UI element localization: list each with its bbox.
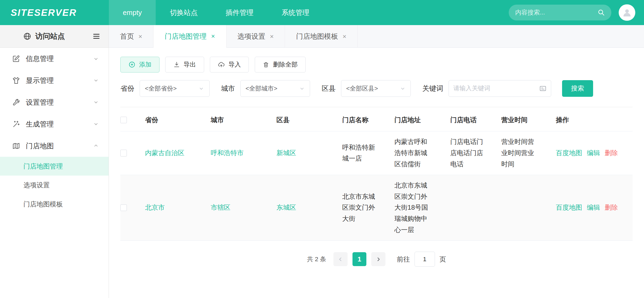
content-search bbox=[509, 5, 611, 20]
tab-store-map-template[interactable]: 门店地图模板 × bbox=[285, 25, 358, 48]
edit-link[interactable]: 编辑 bbox=[587, 204, 600, 211]
cloud-upload-icon bbox=[218, 61, 225, 68]
chevron-down-icon bbox=[93, 77, 99, 83]
operations-cell: 百度地图 编辑 删除 bbox=[556, 131, 633, 175]
tab-label: 选项设置 bbox=[237, 32, 265, 41]
avatar[interactable] bbox=[619, 4, 635, 21]
table-header-row: 省份 城市 区县 门店名称 门店地址 门店电话 营业时间 操作 bbox=[120, 109, 633, 131]
sidebar-subitem-store-map-template[interactable]: 门店地图模板 bbox=[0, 195, 109, 213]
tab-label: 门店地图管理 bbox=[165, 32, 207, 41]
store-name-cell: 呼和浩特新城一店 bbox=[342, 131, 394, 175]
collapse-menu-icon[interactable] bbox=[92, 32, 100, 40]
store-phone-cell: 门店电话门店电话门店电话 bbox=[450, 131, 501, 175]
current-page-button[interactable]: 1 bbox=[352, 252, 366, 266]
row-checkbox[interactable] bbox=[120, 150, 127, 156]
close-icon[interactable]: × bbox=[139, 33, 142, 40]
visit-site-link[interactable]: 访问站点 bbox=[35, 31, 65, 41]
sidebar-item-label: 门店地图 bbox=[26, 141, 54, 151]
import-button-label: 导入 bbox=[229, 60, 241, 69]
sidebar-item-label: 设置管理 bbox=[26, 98, 54, 107]
tab-label: 首页 bbox=[120, 32, 134, 41]
map-icon bbox=[12, 142, 20, 150]
sidebar-subitem-option-settings[interactable]: 选项设置 bbox=[0, 176, 109, 194]
close-icon[interactable]: × bbox=[270, 33, 274, 40]
sidebar-subitem-label: 门店地图管理 bbox=[23, 162, 63, 171]
business-hours-cell: 营业时间营业时间营业时间 bbox=[501, 131, 556, 175]
delete-link[interactable]: 删除 bbox=[605, 204, 618, 211]
row-checkbox[interactable] bbox=[120, 204, 127, 211]
export-button[interactable]: 导出 bbox=[165, 57, 204, 72]
chevron-down-icon bbox=[400, 86, 406, 91]
app-logo: SITESERVER bbox=[0, 7, 109, 18]
district-label: 区县 bbox=[322, 84, 336, 93]
chevron-down-icon bbox=[93, 121, 99, 127]
goto-page-input[interactable] bbox=[415, 252, 435, 266]
city-link[interactable]: 呼和浩特市 bbox=[211, 149, 244, 156]
province-link[interactable]: 内蒙古自治区 bbox=[145, 149, 185, 156]
sidebar-subitem-label: 门店地图模板 bbox=[23, 200, 63, 209]
sidebar-header: 访问站点 bbox=[0, 25, 109, 48]
id-card-icon bbox=[539, 85, 547, 92]
topnav-item-switch-site[interactable]: 切换站点 bbox=[156, 0, 211, 25]
prev-page-button[interactable] bbox=[333, 252, 347, 266]
tab-home[interactable]: 首页 × bbox=[109, 25, 154, 48]
goto-label: 前往 bbox=[397, 255, 410, 264]
store-phone-cell bbox=[450, 175, 501, 240]
sidebar-subitem-store-map-manage[interactable]: 门店地图管理 bbox=[0, 157, 109, 176]
content-search-input[interactable] bbox=[515, 9, 597, 16]
close-icon[interactable]: × bbox=[342, 33, 346, 40]
chevron-down-icon bbox=[198, 86, 204, 91]
column-header-operations: 操作 bbox=[556, 109, 633, 131]
magic-wand-icon bbox=[12, 120, 20, 128]
city-link[interactable]: 市辖区 bbox=[211, 204, 230, 211]
select-all-checkbox[interactable] bbox=[120, 117, 127, 123]
city-label: 城市 bbox=[221, 84, 235, 93]
wrench-icon bbox=[12, 98, 20, 106]
tab-option-settings[interactable]: 选项设置 × bbox=[226, 25, 285, 48]
city-select[interactable]: <全部城市> bbox=[240, 80, 310, 97]
topnav-item-empty[interactable]: empty bbox=[109, 0, 156, 25]
store-address-cell: 北京市东城区崇文门外大街18号国瑞城购物中心一层 bbox=[394, 175, 450, 240]
province-select[interactable]: <全部省份> bbox=[140, 80, 210, 97]
add-button[interactable]: 添加 bbox=[120, 57, 160, 72]
topnav-item-system-manage[interactable]: 系统管理 bbox=[268, 0, 323, 25]
district-link[interactable]: 东城区 bbox=[277, 204, 296, 211]
district-select[interactable]: <全部区县> bbox=[341, 80, 411, 97]
table-row: 内蒙古自治区 呼和浩特市 新城区 呼和浩特新城一店 内蒙古呼和浩特市新城区信儒街… bbox=[120, 131, 633, 175]
sidebar-item-generate-manage[interactable]: 生成管理 bbox=[0, 113, 109, 135]
sidebar-subitem-label: 选项设置 bbox=[23, 181, 50, 189]
province-link[interactable]: 北京市 bbox=[145, 204, 165, 211]
topnav-item-plugin-manage[interactable]: 插件管理 bbox=[212, 0, 268, 25]
delete-link[interactable]: 删除 bbox=[605, 149, 618, 156]
edit-link[interactable]: 编辑 bbox=[587, 149, 600, 156]
total-count: 共 2 条 bbox=[307, 255, 326, 263]
search-icon[interactable] bbox=[597, 9, 605, 16]
topbar: SITESERVER empty 切换站点 插件管理 系统管理 bbox=[0, 0, 644, 25]
plus-circle-icon bbox=[128, 61, 136, 68]
sidebar-item-info-manage[interactable]: 信息管理 bbox=[0, 48, 109, 70]
sidebar-item-settings-manage[interactable]: 设置管理 bbox=[0, 91, 109, 113]
column-header-district: 区县 bbox=[277, 109, 342, 131]
page-unit-label: 页 bbox=[440, 255, 446, 264]
export-button-label: 导出 bbox=[184, 60, 196, 69]
store-address-cell: 内蒙古呼和浩特市新城区信儒街 bbox=[394, 131, 450, 175]
baidu-map-link[interactable]: 百度地图 bbox=[556, 204, 582, 211]
tab-store-map-manage[interactable]: 门店地图管理 × bbox=[154, 25, 226, 48]
operations-cell: 百度地图 编辑 删除 bbox=[556, 175, 633, 240]
district-link[interactable]: 新城区 bbox=[277, 149, 296, 156]
column-header-store-phone: 门店电话 bbox=[450, 109, 501, 131]
search-button[interactable]: 搜索 bbox=[562, 80, 593, 97]
city-select-value: <全部城市> bbox=[246, 84, 277, 93]
close-icon[interactable]: × bbox=[211, 32, 215, 40]
import-button[interactable]: 导入 bbox=[210, 57, 249, 72]
baidu-map-link[interactable]: 百度地图 bbox=[556, 149, 582, 156]
top-nav: empty 切换站点 插件管理 系统管理 bbox=[109, 0, 323, 25]
keyword-input[interactable] bbox=[453, 85, 539, 92]
table-row: 北京市 市辖区 东城区 北京市东城区崇文门外大街 北京市东城区崇文门外大街18号… bbox=[120, 175, 633, 240]
column-header-store-name: 门店名称 bbox=[342, 109, 394, 131]
delete-all-button[interactable]: 删除全部 bbox=[255, 57, 306, 72]
next-page-button[interactable] bbox=[371, 252, 385, 266]
sidebar-item-display-manage[interactable]: 显示管理 bbox=[0, 70, 109, 91]
sidebar-item-store-map[interactable]: 门店地图 bbox=[0, 135, 109, 157]
keyword-label: 关键词 bbox=[422, 84, 443, 93]
